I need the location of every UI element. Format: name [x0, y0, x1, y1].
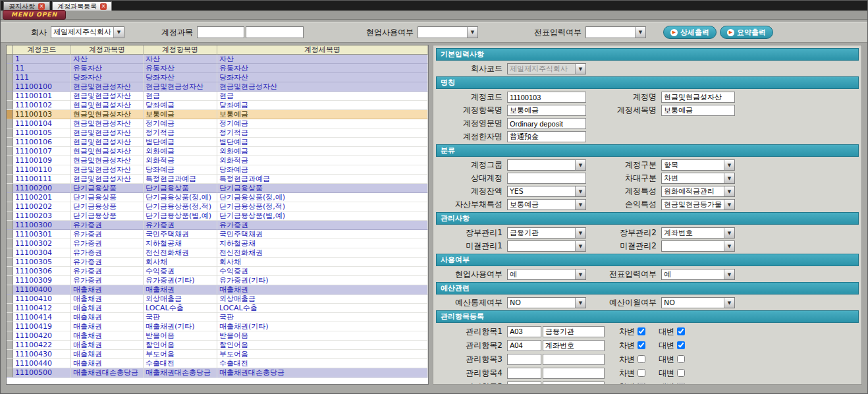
- table-row[interactable]: 11100104 현금및현금성자산 정기예금 정기예금: [7, 119, 428, 128]
- table-row[interactable]: 11100202 단기금융상품 단기금융상품(정,적) 단기금융상품(정,적): [7, 202, 428, 211]
- debit-checkbox[interactable]: [637, 383, 645, 385]
- table-row[interactable]: 11100102 현금및현금성자산 당좌예금 당좌예금: [7, 101, 428, 110]
- close-icon[interactable]: ×: [38, 3, 45, 10]
- table-row[interactable]: 111 당좌자산 당좌자산 당좌자산: [7, 73, 428, 82]
- debit-credit-division-select[interactable]: 차변 ▼: [661, 173, 735, 184]
- item-name-field[interactable]: [507, 105, 586, 116]
- company-select[interactable]: 제일제지주식회사 ▼: [51, 26, 124, 38]
- account-name-input[interactable]: [246, 26, 304, 38]
- account-item-cell: 국민주택채권: [144, 230, 217, 239]
- table-row[interactable]: 11100440 매출채권 수출대전 수출대전: [7, 359, 428, 368]
- table-row[interactable]: 1 자산 자산 자산: [7, 55, 428, 64]
- budget-carryover-select[interactable]: NO ▼: [661, 297, 735, 308]
- account-detail-cell: 현금: [217, 92, 428, 101]
- close-icon[interactable]: ×: [100, 3, 107, 10]
- credit-checkbox[interactable]: [677, 341, 685, 349]
- table-row[interactable]: 11100301 유가증권 국민주택채권 국민주택채권: [7, 230, 428, 239]
- mgmt-item-name-input[interactable]: [543, 368, 605, 379]
- account-code-cell: 11100309: [13, 276, 71, 285]
- table-row[interactable]: 11100306 유가증권 수익증권 수익증권: [7, 267, 428, 276]
- account-detail-cell: 당좌예금: [217, 101, 428, 110]
- table-row[interactable]: 11100300 유가증권 유가증권 유가증권: [7, 221, 428, 230]
- credit-checkbox[interactable]: [677, 355, 685, 363]
- chevron-down-icon: ▼: [575, 228, 585, 238]
- account-name-cell: 유가증권: [71, 258, 144, 267]
- credit-checkbox[interactable]: [677, 383, 685, 385]
- credit-checkbox[interactable]: [677, 369, 685, 377]
- table-row[interactable]: 11100304 유가증권 전신전화채권 전신전화채권: [7, 248, 428, 258]
- tab-account-registration[interactable]: 계정과목등록 ×: [52, 1, 112, 11]
- table-row[interactable]: 11100302 유가증권 지하철공채 지하철공채: [7, 239, 428, 248]
- table-row[interactable]: 11100100 현금및현금성자산 현금및현금성자산 현금및현금성자산: [7, 82, 428, 92]
- table-row[interactable]: 11100106 현금및현금성자산 별단예금 별단예금: [7, 138, 428, 147]
- table-row[interactable]: 11100109 현금및현금성자산 외화적금 외화적금: [7, 156, 428, 165]
- table-row[interactable]: 11100422 매출채권 할인어음 할인어음: [7, 341, 428, 350]
- table-row[interactable]: 11100111 현금및현금성자산 특정현금과예금 특정현금과예금: [7, 175, 428, 184]
- table-row[interactable]: 11100419 매출채권 매출채권(기타) 매출채권(기타): [7, 322, 428, 331]
- mgmt-item-name-input[interactable]: [543, 340, 605, 351]
- mgmt-item-code-input[interactable]: [507, 381, 541, 385]
- table-row[interactable]: 11100200 단기금융상품 단기금융상품 단기금융상품: [7, 184, 428, 193]
- mgmt-item-code-input[interactable]: [507, 326, 541, 337]
- table-row[interactable]: 11100414 매출채권 국판 국판: [7, 313, 428, 322]
- table-row[interactable]: 11100305 유가증권 회사채 회사채: [7, 258, 428, 267]
- slip-entry-select[interactable]: ▼: [585, 26, 646, 38]
- asset-liability-trait-select[interactable]: 보통예금 ▼: [507, 199, 586, 210]
- table-row[interactable]: 11100201 단기금융상품 단기금융상품(정,예) 단기금융상품(정,예): [7, 193, 428, 202]
- account-trait-select[interactable]: 원화예적금관리 ▼: [661, 186, 735, 197]
- table-row[interactable]: 11 유동자산 유동자산 유동자산: [7, 64, 428, 73]
- profit-loss-trait-select[interactable]: 현금및현금등가물 ▼: [661, 199, 735, 210]
- mgmt-item-code-input[interactable]: [507, 340, 541, 351]
- hanja-name-field[interactable]: [507, 131, 586, 142]
- detail-print-button[interactable]: ▶ 상세출력: [663, 26, 717, 39]
- summary-print-button[interactable]: ▶ 요약출력: [720, 26, 773, 39]
- credit-checkbox[interactable]: [677, 327, 685, 335]
- menu-open-button[interactable]: MENU OPEN: [3, 10, 66, 20]
- table-row[interactable]: 11100410 매출채권 외상매출금 외상매출금: [7, 295, 428, 304]
- account-item-cell: 보통예금: [144, 110, 217, 119]
- table-row[interactable]: 11100309 유가증권 유가증권(기타) 유가증권(기타): [7, 276, 428, 285]
- table-row[interactable]: 11100500 매출채권대손충당금 매출채권대손충당금 매출채권대손충당금: [7, 368, 428, 378]
- table-row[interactable]: 11100103 현금및현금성자산 보통예금 보통예금: [7, 110, 428, 119]
- debit-checkbox[interactable]: [637, 355, 645, 363]
- english-name-field[interactable]: [507, 118, 586, 129]
- table-row[interactable]: 11100203 단기금융상품 단기금융상품(별,예) 단기금융상품(별,예): [7, 211, 428, 221]
- field-use-select[interactable]: 예 ▼: [507, 269, 586, 280]
- slip-entry-select[interactable]: 예 ▼: [661, 269, 735, 280]
- open-mgmt1-select[interactable]: ▼: [507, 240, 586, 252]
- table-row[interactable]: 11100400 매출채권 매출채권 매출채권: [7, 285, 428, 295]
- book-mgmt1-select[interactable]: 금융기관 ▼: [507, 227, 586, 239]
- debit-checkbox[interactable]: [637, 369, 645, 377]
- counter-account-field[interactable]: [507, 173, 586, 184]
- debit-checkbox[interactable]: [637, 327, 645, 335]
- table-row[interactable]: 11100105 현금및현금성자산 정기적금 정기적금: [7, 128, 428, 138]
- account-balance-select[interactable]: YES ▼: [507, 186, 586, 197]
- section-mgmt-header: 관리사항: [436, 212, 859, 225]
- open-mgmt2-select[interactable]: ▼: [661, 240, 735, 252]
- account-item-cell: 유동자산: [144, 64, 217, 73]
- table-row[interactable]: 11100430 매출채권 부도어음 부도어음: [7, 350, 428, 359]
- mgmt-item-name-input[interactable]: [543, 326, 605, 337]
- book-mgmt2-select[interactable]: 계좌번호 ▼: [661, 227, 735, 239]
- mgmt-item-name-input[interactable]: [543, 354, 605, 365]
- mgmt-item-code-input[interactable]: [507, 368, 541, 379]
- account-label: 계정과목: [161, 27, 193, 38]
- mgmt-item-name-input[interactable]: [543, 381, 605, 385]
- account-name-field[interactable]: [661, 92, 735, 103]
- table-row[interactable]: 11100412 매출채권 LOCAL수출 LOCAL수출: [7, 304, 428, 313]
- table-row[interactable]: 11100107 현금및현금성자산 외화예금 외화예금: [7, 147, 428, 156]
- account-code-field[interactable]: [507, 92, 586, 103]
- table-row[interactable]: 11100420 매출채권 받을어음 받을어음: [7, 331, 428, 341]
- account-code-input[interactable]: [197, 26, 244, 38]
- detail-name-field[interactable]: [661, 105, 735, 116]
- budget-control-select[interactable]: NO ▼: [507, 297, 586, 308]
- mgmt-item-code-input[interactable]: [507, 354, 541, 365]
- table-row[interactable]: 11100110 현금및현금성자산 당좌예금 당좌예금: [7, 165, 428, 175]
- account-group-select[interactable]: ▼: [507, 159, 586, 171]
- field-use-select[interactable]: ▼: [418, 26, 478, 38]
- tab-notice[interactable]: 공지사항 ×: [3, 1, 50, 11]
- table-row[interactable]: 11100101 현금및현금성자산 현금 현금: [7, 92, 428, 101]
- account-division-label: 계정구분: [587, 159, 660, 171]
- debit-checkbox[interactable]: [637, 341, 645, 349]
- account-division-select[interactable]: 항목 ▼: [661, 159, 735, 171]
